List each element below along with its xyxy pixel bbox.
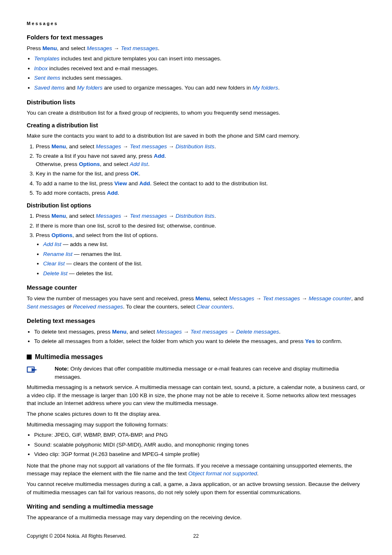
arrow-icon: → — [123, 213, 129, 219]
list-item: Rename list — renames the list. — [43, 250, 365, 258]
text-messages-ref: Text messages — [121, 45, 158, 51]
text: includes received text and e-mail messag… — [48, 65, 158, 71]
clear-counters-ref: Clear counters — [196, 304, 233, 310]
text: To view the number of messages you have … — [27, 295, 195, 302]
list-item: To delete text messages, press Menu, and… — [34, 328, 365, 336]
note-block: Note: Only devices that offer compatible… — [27, 365, 365, 381]
text: To delete all messages from a folder, se… — [34, 338, 305, 344]
text: . — [158, 45, 159, 51]
menu-ref: Menu — [51, 213, 66, 219]
message-counter-ref: Message counter — [309, 295, 351, 302]
list-item: Video clip: 3GP format (H.263 baseline a… — [34, 450, 365, 458]
yes-ref: Yes — [305, 338, 315, 344]
arrow-icon: → — [302, 295, 307, 302]
page-number: 22 — [193, 533, 198, 540]
text: . — [257, 470, 259, 477]
mm-p1: Multimedia messaging is a network servic… — [27, 383, 365, 408]
text: — adds a new list. — [61, 241, 108, 247]
delete-list-ref: Delete list — [43, 270, 67, 276]
add-ref: Add — [139, 180, 150, 187]
text: . To clear the counters, select — [123, 304, 196, 310]
text: Press — [27, 45, 42, 51]
list-item: Press Menu, and select Messages → Text m… — [36, 143, 365, 151]
mm-p4: Note that the phone may not support all … — [27, 462, 365, 478]
delete-list: To delete text messages, press Menu, and… — [27, 328, 365, 345]
text: Press — [36, 213, 51, 219]
clear-list-ref: Clear list — [43, 260, 65, 267]
add-list-ref: Add list — [130, 161, 148, 167]
heading-deleting: Deleting text messages — [27, 316, 365, 325]
list-item: Templates includes text and picture temp… — [34, 55, 365, 63]
heading-folders: Folders for text messages — [27, 33, 365, 42]
note-text: Note: Only devices that offer compatible… — [55, 365, 365, 381]
text: . — [214, 143, 216, 150]
add-ref: Add — [154, 153, 164, 159]
messages-ref: Messages — [157, 329, 182, 335]
list-item: To add a name to the list, press View an… — [36, 180, 365, 188]
text: and — [65, 85, 77, 91]
list-item: If there is more than one list, scroll t… — [36, 222, 365, 230]
menu-ref: Menu — [42, 45, 57, 51]
text: . — [139, 170, 141, 177]
mm-formats: Picture: JPEG, GIF, WBMP, BMP, OTA-BMP, … — [27, 431, 365, 458]
options-ref: Options — [51, 232, 72, 238]
sent-messages-ref: Sent messages — [27, 304, 65, 310]
text: — clears the content of the list. — [65, 260, 143, 267]
heading-distribution-lists: Distribution lists — [27, 98, 365, 107]
heading-message-counter: Message counter — [27, 283, 365, 292]
inbox-ref: Inbox — [34, 65, 48, 71]
arrow-icon: → — [114, 45, 120, 51]
heading-creating-dist: Creating a distribution list — [27, 121, 365, 129]
text: — renames the list. — [72, 251, 122, 257]
object-format-ref: Object format not supported — [188, 470, 257, 477]
creating-intro: Make sure the contacts you want to add t… — [27, 132, 365, 140]
arrow-icon: → — [168, 213, 174, 219]
mm-p3: Multimedia messaging may support the fol… — [27, 421, 365, 429]
list-item: Press Options, and select from the list … — [36, 231, 365, 277]
messages-ref: Messages — [229, 295, 254, 302]
text: Press — [36, 232, 51, 238]
text: , and select — [66, 213, 96, 219]
saved-items-ref: Saved items — [34, 85, 65, 91]
list-item: To add more contacts, press Add. — [36, 189, 365, 197]
text: — deletes the list. — [67, 270, 113, 276]
text-messages-ref: Text messages — [130, 143, 167, 150]
mm-p5: You cannot receive multimedia messages d… — [27, 480, 365, 496]
ok-ref: OK — [130, 170, 138, 177]
text: and — [127, 180, 139, 187]
text: includes text and picture templates you … — [60, 55, 221, 62]
distribution-lists-ref: Distribution lists — [175, 213, 214, 219]
writing-p1: The appearance of a multimedia message m… — [27, 514, 365, 522]
text: To create a list if you have not saved a… — [36, 153, 154, 159]
text: Otherwise, press — [36, 161, 79, 167]
add-list-ref: Add list — [43, 241, 61, 247]
list-item: Clear list — clears the content of the l… — [43, 260, 365, 268]
text-messages-ref: Text messages — [190, 329, 227, 335]
text: includes sent messages. — [60, 75, 123, 81]
heading-multimedia: Multimedia messages — [35, 352, 103, 362]
text: , select — [210, 295, 229, 302]
list-item: Key in the name for the list, and press … — [36, 170, 365, 178]
text: , and — [351, 295, 364, 302]
text: Key in the name for the list, and press — [36, 170, 130, 177]
view-ref: View — [114, 180, 127, 187]
copyright: Copyright © 2004 Nokia. All Rights Reser… — [27, 533, 126, 540]
options-sublist: Add list — adds a new list. Rename list … — [36, 240, 365, 277]
text: Press — [36, 143, 51, 150]
list-item: Saved items and My folders are used to o… — [34, 84, 365, 92]
received-messages-ref: Received messages — [73, 304, 123, 310]
folders-intro: Press Menu, and select Messages → Text m… — [27, 44, 365, 53]
page-footer: Copyright © 2004 Nokia. All Rights Reser… — [27, 533, 365, 540]
mm-p2: The phone scales pictures down to fit th… — [27, 410, 365, 418]
breadcrumb: Messages — [27, 21, 365, 27]
my-folders-ref: My folders — [77, 85, 102, 91]
list-item: Press Menu, and select Messages → Text m… — [36, 212, 365, 220]
menu-ref: Menu — [112, 329, 127, 335]
text: . — [118, 190, 120, 196]
list-item: Sent items includes sent messages. — [34, 74, 365, 82]
text: , and select — [127, 329, 157, 335]
text: or — [65, 304, 73, 310]
list-item: Delete list — deletes the list. — [43, 269, 365, 278]
text: . — [279, 329, 281, 335]
dist-intro: You can create a distribution list for a… — [27, 109, 365, 117]
